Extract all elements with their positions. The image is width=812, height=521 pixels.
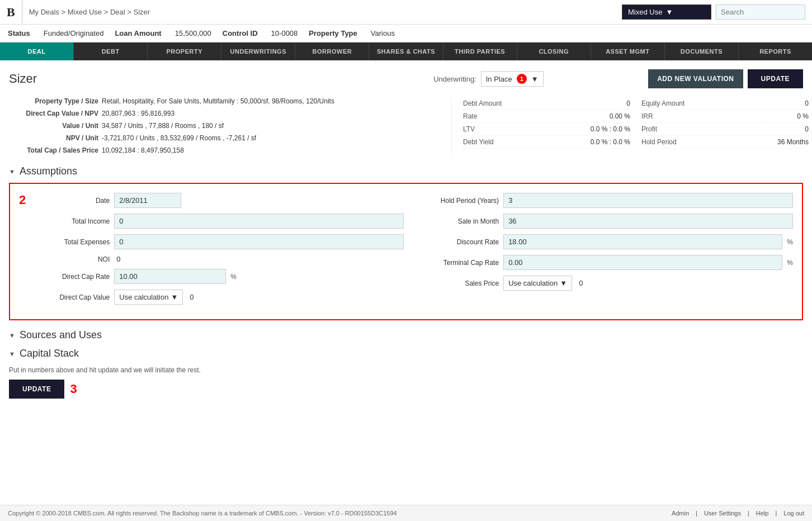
npv-unit-label: NPV / Unit xyxy=(9,134,98,142)
step1-badge: 1 xyxy=(517,74,527,84)
total-expenses-row: Total Expenses xyxy=(37,234,404,249)
direct-cap-rate-unit: % xyxy=(230,273,237,281)
direct-cap-value-dropdown[interactable]: Use calculation ▼ xyxy=(114,290,183,305)
step3-badge: 3 xyxy=(70,382,77,396)
chevron-down-icon: ▼ xyxy=(560,279,567,287)
tab-reports[interactable]: REPORTS xyxy=(739,42,812,60)
assumptions-section-header[interactable]: ▼ Assumptions xyxy=(9,165,803,177)
property-info-left: Property Type / Size Retail, Hospitality… xyxy=(9,97,446,154)
sale-in-month-input[interactable] xyxy=(503,214,793,229)
tab-debt[interactable]: DEBT xyxy=(74,42,148,60)
hold-period-years-label: Hold Period (Years) xyxy=(426,197,499,205)
sources-uses-title: Sources and Uses xyxy=(20,329,102,341)
property-type-key: Property Type xyxy=(309,29,357,37)
mixed-use-label: Mixed Use xyxy=(628,8,662,16)
mixed-use-dropdown[interactable]: Mixed Use ▼ xyxy=(622,4,711,20)
tab-underwritings[interactable]: UNDERWRITINGS xyxy=(221,42,295,60)
value-unit-label: Value / Unit xyxy=(9,122,98,130)
ltv-value: 0.0 % : 0.0 % xyxy=(591,125,630,133)
debt-amount-row: Debt Amount 0 xyxy=(463,97,630,110)
top-bar: B My Deals > Mixed Use > Deal > Sizer Mi… xyxy=(0,0,812,25)
tab-third-parties[interactable]: THIRD PARTIES xyxy=(443,42,517,60)
assumptions-right: Hold Period (Years) Sale in Month Discou… xyxy=(426,193,793,310)
total-expenses-input[interactable] xyxy=(114,234,404,249)
tab-documents[interactable]: DOCUMENTS xyxy=(665,42,739,60)
ltv-label: LTV xyxy=(463,125,475,133)
sales-price-dropdown[interactable]: Use calculation ▼ xyxy=(503,276,572,291)
control-id-key: Control ID xyxy=(223,29,258,37)
discount-rate-row: Discount Rate % xyxy=(426,234,793,249)
noi-value: 0 xyxy=(114,255,120,263)
property-type-value: Various xyxy=(371,29,395,37)
direct-cap-value-row: Direct Cap Value Use calculation ▼ 0 xyxy=(37,290,404,305)
direct-cap-rate-label: Direct Cap Rate xyxy=(37,273,110,281)
value-unit-row: Value / Unit 34,587 / Units , 77,888 / R… xyxy=(9,122,446,130)
sizer-header: Sizer Underwriting: In Place 1 ▼ ADD NEW… xyxy=(9,69,803,88)
hold-period-years-input[interactable] xyxy=(503,193,793,208)
update-bottom-button[interactable]: UPDATE xyxy=(9,380,64,399)
irr-label: IRR xyxy=(641,112,653,120)
property-metrics-section: Property Type / Size Retail, Hospitality… xyxy=(9,97,803,154)
loan-amount-value: 15,500,000 xyxy=(175,29,211,37)
sale-in-month-label: Sale in Month xyxy=(426,217,499,225)
underwriting-dropdown[interactable]: In Place 1 ▼ xyxy=(481,71,544,87)
noi-label: NOI xyxy=(37,255,110,263)
ltv-row: LTV 0.0 % : 0.0 % xyxy=(463,123,630,136)
irr-value: 0 % xyxy=(797,112,809,120)
direct-cap-npv-value: 20,807,963 : 95,816,993 xyxy=(102,110,174,117)
tab-property[interactable]: PROPERTY xyxy=(148,42,221,60)
total-cap-value: 10,092,184 : 8,497,950,158 xyxy=(102,146,184,154)
prop-type-size-value: Retail, Hospitality, For Sale Units, Mul… xyxy=(102,97,334,105)
discount-rate-input[interactable] xyxy=(503,234,782,249)
update-hint: Put in numbers above and hit update and … xyxy=(9,366,803,374)
logo: B xyxy=(7,5,15,20)
tab-shares-chats[interactable]: SHARES & CHATS xyxy=(369,42,443,60)
direct-cap-value-label: Direct Cap Value xyxy=(37,293,110,301)
search-input[interactable] xyxy=(716,4,805,20)
prop-type-size-row: Property Type / Size Retail, Hospitality… xyxy=(9,97,446,105)
assumptions-box: 2 Date Total Income Total Expenses NOI xyxy=(9,183,803,320)
status-key: Status xyxy=(8,29,30,37)
direct-cap-value-select-label: Use calculation xyxy=(119,293,168,301)
npv-unit-row: NPV / Unit -3,721,870 / Units , 83,532,6… xyxy=(9,134,446,142)
terminal-cap-rate-row: Terminal Cap Rate % xyxy=(426,255,793,270)
update-main-button[interactable]: UPDATE xyxy=(748,69,803,88)
direct-cap-rate-input[interactable] xyxy=(114,269,226,284)
total-income-label: Total Income xyxy=(37,217,110,225)
chevron-down-icon: ▼ xyxy=(171,293,178,301)
date-input[interactable] xyxy=(114,193,181,208)
sources-uses-section: ▼ Sources and Uses xyxy=(9,329,803,341)
total-income-input[interactable] xyxy=(114,214,404,229)
discount-rate-unit: % xyxy=(787,238,793,246)
status-value: Funded/Originated xyxy=(44,29,104,37)
profit-label: Profit xyxy=(641,125,657,133)
sources-uses-arrow-icon: ▼ xyxy=(9,332,15,339)
profit-value: 0 xyxy=(805,125,809,133)
direct-cap-npv-label: Direct Cap Value / NPV xyxy=(9,110,98,117)
tab-closing[interactable]: CLOSING xyxy=(517,42,591,60)
hold-period-years-row: Hold Period (Years) xyxy=(426,193,793,208)
tab-borrower[interactable]: BORROWER xyxy=(295,42,369,60)
hold-period-label: Hold Period xyxy=(641,138,677,146)
terminal-cap-rate-input[interactable] xyxy=(503,255,782,270)
loan-amount-key: Loan Amount xyxy=(115,29,161,37)
tab-asset-mgmt[interactable]: ASSET MGMT xyxy=(591,42,665,60)
step2-badge: 2 xyxy=(19,193,26,207)
direct-cap-rate-row: Direct Cap Rate % xyxy=(37,269,404,284)
noi-row: NOI 0 xyxy=(37,255,404,263)
main-content: Sizer Underwriting: In Place 1 ▼ ADD NEW… xyxy=(0,60,812,441)
direct-cap-value-static: 0 xyxy=(187,293,193,301)
terminal-cap-rate-unit: % xyxy=(787,259,793,267)
add-new-valuation-button[interactable]: ADD NEW VALUATION xyxy=(648,69,743,88)
hold-period-value: 36 Months xyxy=(777,138,809,146)
tab-deal[interactable]: DEAL xyxy=(0,42,74,60)
metrics-right: Debt Amount 0 Rate 0.00 % LTV 0.0 % : 0.… xyxy=(451,97,809,154)
sale-in-month-row: Sale in Month xyxy=(426,214,793,229)
chevron-down-icon: ▼ xyxy=(531,75,539,83)
underwriting-area: Underwriting: In Place 1 ▼ xyxy=(329,71,649,87)
direct-cap-npv-row: Direct Cap Value / NPV 20,807,963 : 95,8… xyxy=(9,110,446,117)
sales-price-label: Sales Price xyxy=(426,280,499,287)
discount-rate-label: Discount Rate xyxy=(426,238,499,246)
capital-stack-header[interactable]: ▼ Capital Stack xyxy=(9,348,803,359)
sources-uses-header[interactable]: ▼ Sources and Uses xyxy=(9,329,803,341)
